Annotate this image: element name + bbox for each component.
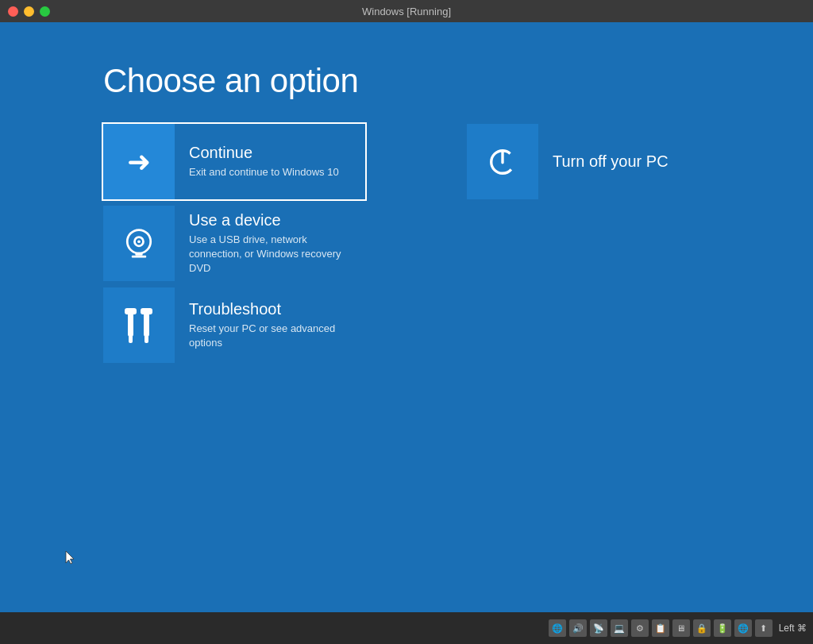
troubleshoot-text: Troubleshoot Reset your PC or see advanc… — [175, 300, 365, 350]
power-icon — [486, 145, 519, 179]
taskbar-icon-8[interactable]: 🔒 — [693, 619, 711, 637]
svg-rect-10 — [141, 308, 152, 314]
page-title: Choose an option — [103, 62, 710, 100]
option-row-3: Troubleshoot Reset your PC or see advanc… — [103, 287, 710, 363]
continue-subtitle: Exit and continue to Windows 10 — [189, 165, 339, 179]
continue-icon-box: ➜ — [103, 124, 175, 199]
taskbar-icon-9[interactable]: 🔋 — [714, 619, 731, 637]
close-button[interactable] — [8, 6, 18, 17]
svg-rect-12 — [144, 335, 148, 343]
option-row-1: ➜ Continue Exit and continue to Windows … — [103, 124, 710, 199]
svg-rect-5 — [135, 253, 142, 256]
title-bar-buttons — [8, 6, 50, 17]
tools-icon — [123, 305, 155, 346]
troubleshoot-subtitle: Reset your PC or see advanced options — [189, 322, 351, 350]
troubleshoot-title: Troubleshoot — [189, 300, 351, 318]
taskbar-icon-6[interactable]: 📋 — [652, 619, 669, 637]
taskbar-icon-1[interactable]: 🌐 — [549, 619, 566, 637]
svg-point-4 — [137, 240, 141, 243]
svg-rect-11 — [129, 335, 133, 343]
vm-screen: Choose an option ➜ Continue Exit and con… — [0, 22, 813, 644]
options-grid: ➜ Continue Exit and continue to Windows … — [103, 124, 710, 363]
taskbar: 🌐 🔊 📡 💻 ⚙ 📋 🖥 🔒 🔋 🌐 ⬆ Left ⌘ — [0, 612, 813, 644]
use-device-icon-box — [103, 206, 175, 281]
svg-rect-6 — [132, 255, 146, 257]
maximize-button[interactable] — [40, 6, 50, 17]
troubleshoot-icon-box — [103, 287, 175, 363]
disc-icon — [121, 226, 157, 262]
turnoff-text: Turn off your PC — [553, 152, 669, 171]
turnoff-tile[interactable]: Turn off your PC — [467, 124, 669, 199]
title-bar: Windows [Running] — [0, 0, 813, 22]
continue-title: Continue — [189, 144, 339, 162]
window-title: Windows [Running] — [362, 6, 451, 17]
taskbar-icon-3[interactable]: 📡 — [590, 619, 607, 637]
taskbar-icon-11[interactable]: ⬆ — [755, 619, 773, 637]
use-device-text: Use a device Use a USB drive, network co… — [175, 211, 365, 276]
svg-rect-8 — [125, 308, 137, 314]
taskbar-icon-7[interactable]: 🖥 — [672, 619, 690, 637]
use-device-subtitle: Use a USB drive, network connection, or … — [189, 233, 351, 276]
taskbar-icon-5[interactable]: ⚙ — [631, 619, 649, 637]
continue-text: Continue Exit and continue to Windows 10 — [175, 144, 353, 179]
troubleshoot-tile[interactable]: Troubleshoot Reset your PC or see advanc… — [103, 287, 365, 363]
taskbar-icon-2[interactable]: 🔊 — [569, 619, 587, 637]
turnoff-icon-box — [467, 124, 538, 199]
arrow-right-icon: ➜ — [127, 145, 151, 179]
use-device-title: Use a device — [189, 211, 351, 229]
use-device-tile[interactable]: Use a device Use a USB drive, network co… — [103, 206, 365, 281]
option-row-2: Use a device Use a USB drive, network co… — [103, 206, 710, 281]
main-content: Choose an option ➜ Continue Exit and con… — [0, 22, 813, 612]
taskbar-icon-10[interactable]: 🌐 — [734, 619, 752, 637]
taskbar-icon-4[interactable]: 💻 — [611, 619, 628, 637]
continue-tile[interactable]: ➜ Continue Exit and continue to Windows … — [103, 124, 365, 199]
taskbar-shortcut-text: Left ⌘ — [779, 623, 807, 634]
minimize-button[interactable] — [24, 6, 34, 17]
